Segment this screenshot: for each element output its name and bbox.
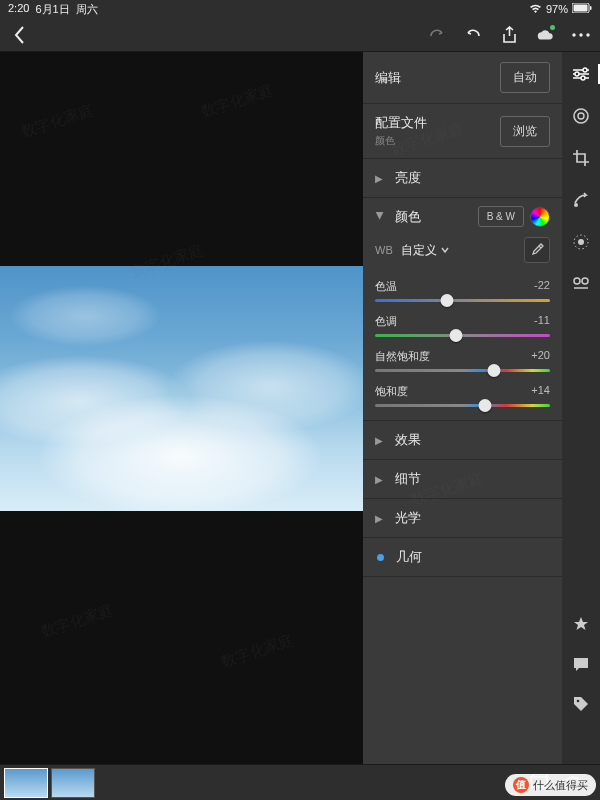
browse-button[interactable]: 浏览 xyxy=(500,116,550,147)
share-icon[interactable] xyxy=(500,26,518,44)
battery-icon xyxy=(572,3,592,15)
mask-tool-icon[interactable] xyxy=(571,232,591,252)
bw-button[interactable]: B & W xyxy=(478,206,524,227)
more-icon[interactable] xyxy=(572,26,590,44)
source-badge: 值 什么值得买 xyxy=(505,774,596,796)
svg-point-15 xyxy=(582,278,588,284)
slider-色温[interactable]: 色温-22 xyxy=(363,273,562,308)
slider-thumb[interactable] xyxy=(449,329,462,342)
cloud-sync-icon[interactable] xyxy=(536,26,554,44)
eyedropper-icon[interactable] xyxy=(524,237,550,263)
chevron-down-icon[interactable]: ▶ xyxy=(375,212,386,222)
slider-label: 饱和度 xyxy=(375,384,408,399)
top-toolbar xyxy=(0,18,600,52)
tag-icon[interactable] xyxy=(571,694,591,714)
watermark: 数字化家庭 xyxy=(39,601,116,642)
status-time: 2:20 xyxy=(8,2,29,17)
slider-value: +20 xyxy=(531,349,550,364)
heal-tool-icon[interactable] xyxy=(571,190,591,210)
slider-自然饱和度[interactable]: 自然饱和度+20 xyxy=(363,343,562,378)
slider-track[interactable] xyxy=(375,369,550,372)
adjust-tool-icon[interactable] xyxy=(571,64,591,84)
section-light[interactable]: ▶ 亮度 xyxy=(363,159,562,198)
edit-label: 编辑 xyxy=(375,69,500,87)
photo-preview xyxy=(0,266,363,511)
slider-track[interactable] xyxy=(375,334,550,337)
svg-point-14 xyxy=(574,278,580,284)
watermark: 数字化家庭 xyxy=(219,631,296,672)
slider-value: -11 xyxy=(534,314,550,329)
auto-button[interactable]: 自动 xyxy=(500,62,550,93)
profile-value: 颜色 xyxy=(375,134,500,148)
status-date: 6月1日 xyxy=(35,2,69,17)
slider-label: 色调 xyxy=(375,314,397,329)
svg-point-11 xyxy=(574,203,578,207)
presets-tool-icon[interactable] xyxy=(571,274,591,294)
edit-panel: 编辑 自动 配置文件 颜色 浏览 ▶ 亮度 ▶ 颜色 B & W WB 自定义 … xyxy=(363,52,562,764)
svg-point-4 xyxy=(579,33,582,36)
slider-thumb[interactable] xyxy=(479,399,492,412)
comment-icon[interactable] xyxy=(571,654,591,674)
crop-tool-icon[interactable] xyxy=(571,148,591,168)
slider-饱和度[interactable]: 饱和度+14 xyxy=(363,378,562,413)
section-optics[interactable]: ▶ 光学 xyxy=(363,499,562,538)
section-color[interactable]: 颜色 xyxy=(395,208,478,226)
wifi-icon xyxy=(529,4,542,14)
slider-thumb[interactable] xyxy=(440,294,453,307)
lens-tool-icon[interactable] xyxy=(571,106,591,126)
tool-sidebar xyxy=(562,52,600,764)
slider-value: -22 xyxy=(534,279,550,294)
slider-label: 自然饱和度 xyxy=(375,349,430,364)
svg-point-5 xyxy=(586,33,589,36)
svg-rect-1 xyxy=(574,5,588,12)
redo-icon[interactable] xyxy=(428,26,446,44)
thumbnail[interactable] xyxy=(4,768,48,798)
svg-point-3 xyxy=(572,33,575,36)
thumbnail[interactable] xyxy=(51,768,95,798)
status-bar: 2:20 6月1日 周六 97% xyxy=(0,0,600,18)
chevron-right-icon: ▶ xyxy=(375,173,385,184)
svg-point-6 xyxy=(583,68,587,72)
badge-logo-icon: 值 xyxy=(513,777,529,793)
slider-track[interactable] xyxy=(375,404,550,407)
svg-point-16 xyxy=(577,700,580,703)
slider-thumb[interactable] xyxy=(488,364,501,377)
chevron-right-icon: ▶ xyxy=(375,513,385,524)
badge-text: 什么值得买 xyxy=(533,778,588,793)
wb-dropdown[interactable]: 自定义 xyxy=(401,242,524,259)
svg-point-7 xyxy=(575,72,579,76)
svg-rect-2 xyxy=(590,6,592,10)
slider-value: +14 xyxy=(531,384,550,399)
svg-point-8 xyxy=(581,76,585,80)
slider-label: 色温 xyxy=(375,279,397,294)
watermark: 数字化家庭 xyxy=(19,101,96,142)
star-icon[interactable] xyxy=(571,614,591,634)
section-detail[interactable]: ▶ 细节 xyxy=(363,460,562,499)
profile-label: 配置文件 xyxy=(375,114,500,132)
svg-point-12 xyxy=(578,239,584,245)
svg-point-10 xyxy=(578,113,584,119)
section-geometry[interactable]: 几何 xyxy=(363,538,562,577)
chevron-right-icon: ▶ xyxy=(375,474,385,485)
slider-track[interactable] xyxy=(375,299,550,302)
status-weekday: 周六 xyxy=(76,2,98,17)
image-canvas[interactable]: 数字化家庭 数字化家庭 数字化家庭 数字化家庭 数字化家庭 xyxy=(0,52,363,764)
wb-label: WB xyxy=(375,244,393,256)
slider-色调[interactable]: 色调-11 xyxy=(363,308,562,343)
battery-percent: 97% xyxy=(546,3,568,15)
chevron-right-icon: ▶ xyxy=(375,435,385,446)
section-effects[interactable]: ▶ 效果 xyxy=(363,421,562,460)
svg-point-9 xyxy=(574,109,588,123)
color-mixer-icon[interactable] xyxy=(530,207,550,227)
watermark: 数字化家庭 xyxy=(199,81,276,122)
modified-dot-icon xyxy=(377,554,384,561)
back-chevron-icon[interactable] xyxy=(10,26,28,44)
undo-icon[interactable] xyxy=(464,26,482,44)
